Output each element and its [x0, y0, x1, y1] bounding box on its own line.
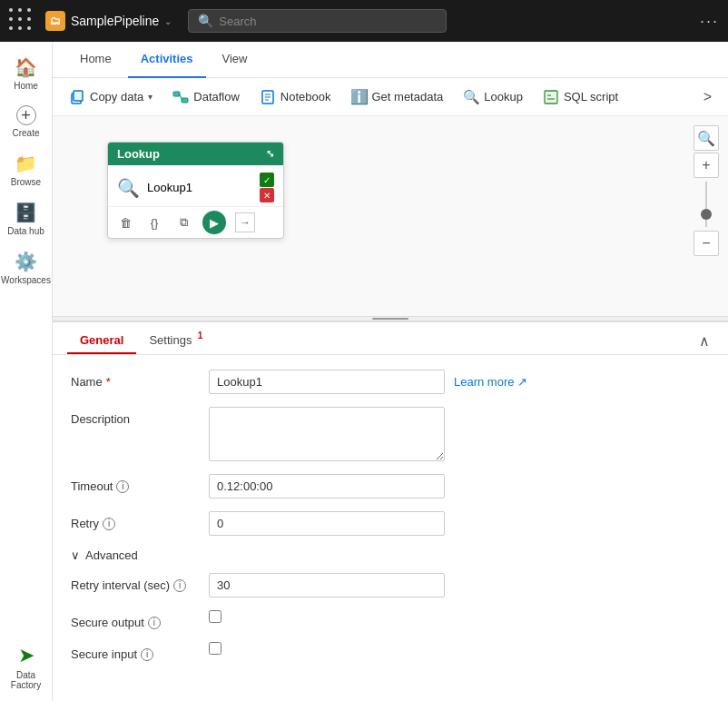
toolbar: Copy data ▾ Dataflow Notebook ℹ️ Get met…: [53, 78, 728, 116]
timeout-control-area: [209, 474, 710, 499]
status-success-icon: ✓: [260, 173, 274, 187]
notebook-icon: [260, 89, 276, 105]
bottom-panel: General Settings 1 ∧ Name *: [53, 321, 728, 701]
search-box[interactable]: 🔍: [188, 9, 447, 33]
get-metadata-button[interactable]: ℹ️ Get metadata: [342, 84, 453, 110]
tab-activities[interactable]: Activities: [128, 42, 206, 78]
zoom-slider-handle[interactable]: [701, 209, 712, 220]
datahub-icon: 🗄️: [15, 202, 37, 223]
node-next-button[interactable]: →: [235, 212, 255, 232]
sidebar-item-create[interactable]: + Create: [0, 98, 52, 145]
retry-control-area: [209, 511, 710, 536]
dataflow-button[interactable]: Dataflow: [163, 84, 249, 110]
zoom-out-button[interactable]: −: [694, 231, 719, 256]
svg-rect-2: [173, 92, 180, 96]
timeout-input[interactable]: [209, 474, 445, 499]
top-bar: 🗂 SamplePipeline ⌄ 🔍 ···: [0, 0, 728, 42]
main-layout: 🏠 Home + Create 📁 Browse 🗄️ Data hub ⚙️ …: [0, 42, 728, 701]
required-indicator: *: [106, 375, 111, 389]
svg-rect-9: [545, 91, 557, 104]
get-metadata-icon: ℹ️: [351, 89, 368, 105]
secure-input-info-icon[interactable]: i: [141, 648, 153, 661]
collapse-panel-button[interactable]: ∧: [695, 329, 713, 353]
retry-interval-field-row: Retry interval (sec) i: [71, 573, 710, 597]
divider-line: [372, 318, 408, 320]
chevron-down-icon[interactable]: ⌄: [164, 16, 172, 26]
zoom-in-button[interactable]: +: [694, 153, 719, 178]
secure-output-label: Secure output i: [71, 610, 198, 629]
description-control-area: [209, 407, 710, 461]
clone-node-button[interactable]: ⧉: [173, 212, 193, 232]
svg-rect-1: [74, 91, 83, 101]
app-grid-icon[interactable]: [9, 8, 34, 34]
lookup-button[interactable]: 🔍 Lookup: [454, 84, 532, 110]
retry-interval-input[interactable]: [209, 573, 445, 597]
learn-more-link[interactable]: Learn more ↗: [454, 370, 527, 389]
tab-view[interactable]: View: [210, 42, 261, 78]
lookup-status-icons: ✓ ✕: [260, 173, 274, 202]
search-canvas-button[interactable]: 🔍: [694, 125, 719, 151]
tab-settings[interactable]: Settings 1: [136, 328, 204, 354]
description-textarea[interactable]: [209, 407, 445, 461]
sql-script-button[interactable]: SQL script: [534, 84, 627, 110]
sidebar-item-datafactory[interactable]: ➤ Data Factory: [0, 637, 52, 701]
sidebar-item-workspaces[interactable]: ⚙️ Workspaces: [0, 243, 52, 292]
search-input[interactable]: [219, 15, 437, 28]
lookup-node-header: Lookup ⤡: [108, 143, 283, 165]
retry-interval-info-icon[interactable]: i: [173, 579, 186, 592]
timeout-field-row: Timeout i: [71, 474, 710, 499]
more-toolbar-button[interactable]: >: [694, 84, 721, 110]
node-resize-icon[interactable]: ⤡: [266, 148, 274, 160]
secure-input-control-area: [209, 642, 710, 655]
zoom-slider-track[interactable]: [705, 182, 707, 227]
code-node-button[interactable]: {}: [144, 212, 164, 232]
description-field-row: Description: [71, 407, 710, 461]
browse-icon: 📁: [15, 153, 37, 174]
sql-script-icon: [543, 89, 559, 105]
copy-data-button[interactable]: Copy data ▾: [60, 84, 162, 110]
sidebar-item-datahub[interactable]: 🗄️ Data hub: [0, 194, 52, 243]
name-input[interactable]: [209, 370, 445, 394]
home-icon: 🏠: [15, 56, 37, 78]
sidebar: 🏠 Home + Create 📁 Browse 🗄️ Data hub ⚙️ …: [0, 42, 53, 701]
secure-output-info-icon[interactable]: i: [148, 617, 161, 629]
name-field-row: Name * Learn more ↗: [71, 370, 710, 394]
advanced-toggle[interactable]: ∨ Advanced: [71, 548, 710, 562]
svg-line-4: [179, 94, 182, 100]
sidebar-item-home[interactable]: 🏠 Home: [0, 49, 52, 98]
external-link-icon: ↗: [517, 375, 527, 389]
dataflow-icon: [172, 89, 189, 105]
retry-info-icon[interactable]: i: [103, 518, 115, 530]
workspaces-icon: ⚙️: [15, 251, 37, 272]
pipeline-icon: 🗂: [45, 11, 65, 31]
notebook-button[interactable]: Notebook: [251, 84, 340, 110]
dropdown-icon: ▾: [148, 92, 152, 102]
retry-input[interactable]: [209, 511, 445, 536]
node-success-button[interactable]: ▶: [202, 211, 226, 234]
lookup-icon: 🔍: [463, 89, 479, 105]
delete-node-button[interactable]: 🗑: [115, 212, 135, 232]
timeout-info-icon[interactable]: i: [116, 480, 129, 493]
tab-general[interactable]: General: [67, 328, 136, 354]
pipeline-name: 🗂 SamplePipeline ⌄: [45, 11, 172, 31]
more-options-icon[interactable]: ···: [700, 12, 719, 31]
lookup-node-footer: 🗑 {} ⧉ ▶ →: [108, 206, 283, 238]
retry-interval-control-area: [209, 573, 710, 597]
search-icon: 🔍: [198, 14, 213, 28]
name-control-area: Learn more ↗: [209, 370, 710, 394]
advanced-section: ∨ Advanced Retry interval (sec) i: [71, 548, 710, 661]
tab-home[interactable]: Home: [67, 42, 124, 78]
bottom-panel-tabs: General Settings 1 ∧: [53, 322, 728, 355]
form-area: Name * Learn more ↗ Description: [53, 355, 728, 701]
secure-input-checkbox[interactable]: [209, 642, 221, 655]
secure-output-checkbox[interactable]: [209, 610, 221, 623]
lookup-node[interactable]: Lookup ⤡ 🔍 Lookup1 ✓ ✕ 🗑 {} ⧉ ▶ →: [107, 142, 284, 239]
chevron-down-advanced-icon: ∨: [71, 548, 80, 562]
canvas-area[interactable]: Lookup ⤡ 🔍 Lookup1 ✓ ✕ 🗑 {} ⧉ ▶ →: [53, 116, 728, 316]
description-label: Description: [71, 407, 198, 426]
copy-data-icon: [69, 89, 85, 105]
secure-input-label: Secure input i: [71, 642, 198, 661]
status-fail-icon: ✕: [260, 188, 274, 202]
secure-output-field-row: Secure output i: [71, 610, 710, 629]
sidebar-item-browse[interactable]: 📁 Browse: [0, 145, 52, 194]
